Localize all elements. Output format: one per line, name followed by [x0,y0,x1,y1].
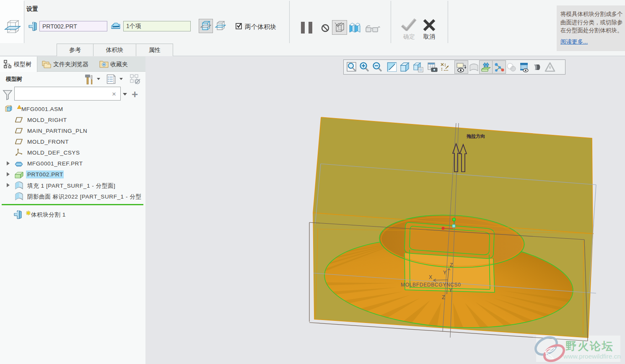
svg-text:Y: Y [449,287,452,293]
svg-text:Y: Y [443,270,446,276]
svg-text:Z: Z [442,294,445,300]
svg-text:拖拉方向: 拖拉方向 [466,134,485,139]
svg-text:X: X [429,274,432,280]
svg-text:MOLBFDEDBCGYNCS0: MOLBFDEDBCGYNCS0 [401,282,461,288]
svg-text:Z: Z [450,262,453,268]
